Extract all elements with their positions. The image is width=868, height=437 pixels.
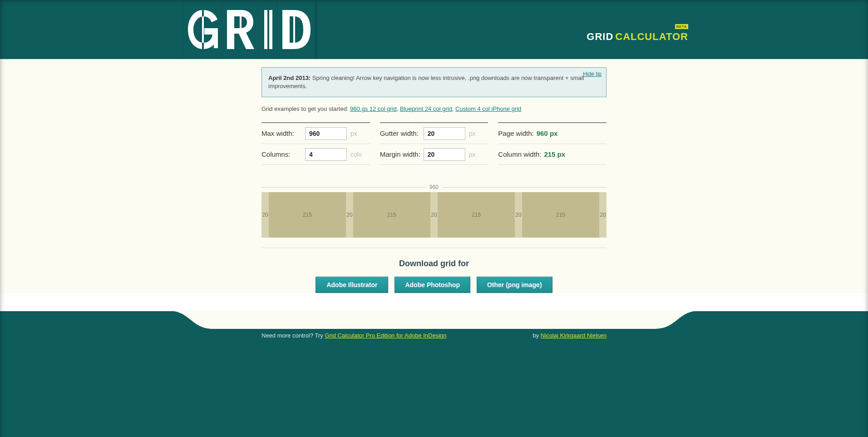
tip-date: April 2nd 2013: [268, 74, 311, 81]
preview-margin: 20 [261, 192, 269, 238]
example-link[interactable]: 960.gs 12 col grid [350, 105, 397, 112]
max-width-input[interactable] [305, 127, 347, 140]
gutter-label: Gutter width: [380, 129, 424, 137]
preview-col: 215 [438, 192, 515, 238]
preview-total: 960 [426, 184, 442, 190]
grid-preview: 960 2021520215202152021520 [261, 184, 607, 248]
footer-pro-link[interactable]: Grid Calculator Pro Edition for Adobe In… [325, 332, 446, 339]
columns-unit: cols [350, 151, 362, 158]
download-title: Download grid for [261, 259, 607, 268]
preview-margin: 20 [599, 192, 607, 238]
preview-col: 215 [353, 192, 430, 238]
logo [183, 0, 315, 59]
page-width-value: 960 px [537, 129, 558, 137]
results-col: Page width: 960 px Column width: 215 px [498, 122, 607, 165]
controls-col-1: Max width: px Columns: cols [261, 122, 370, 165]
svg-rect-1 [267, 10, 269, 49]
tip-box: Hide tip April 2nd 2013: Spring cleaning… [261, 67, 607, 97]
preview-col: 215 [522, 192, 599, 238]
main-content: Hide tip April 2nd 2013: Spring cleaning… [0, 59, 868, 293]
site-footer: Need more control? Try Grid Calculator P… [0, 311, 868, 437]
beta-badge: BETA [675, 24, 688, 29]
footer-right: by Nicolaj Kirkgaard Nielsen [533, 332, 607, 339]
columns-input[interactable] [305, 148, 347, 161]
brand-title: GRIDCALCULATOR [587, 31, 688, 43]
gutter-unit: px [469, 130, 476, 137]
example-link[interactable]: Custom 4 col iPhone grid [455, 105, 521, 112]
controls-col-2: Gutter width: px Margin width: px [380, 122, 488, 165]
column-width-label: Column width: [498, 150, 541, 158]
hide-tip-link[interactable]: Hide tip [583, 70, 602, 78]
page-width-label: Page width: [498, 129, 533, 137]
download-illustrator-button[interactable]: Adobe Illustrator [316, 277, 388, 293]
gutter-input[interactable] [424, 127, 465, 140]
download-png-button[interactable]: Other (png image) [477, 277, 552, 293]
preview-col: 215 [269, 192, 346, 238]
columns-label: Columns: [261, 150, 305, 158]
site-header: BETA GRIDCALCULATOR [0, 0, 868, 59]
footer-author-link[interactable]: Nicolaj Kirkgaard Nielsen [541, 332, 607, 339]
margin-label: Margin width: [380, 150, 424, 158]
tip-text: Spring cleaning! Arrow key navigation is… [268, 74, 584, 89]
max-width-label: Max width: [261, 129, 305, 137]
example-link[interactable]: Blueprint 24 col grid [400, 105, 452, 112]
examples-intro: Grid examples to get you started: 960.gs… [261, 105, 607, 112]
margin-unit: px [469, 151, 476, 158]
preview-gutter: 20 [430, 192, 438, 238]
max-width-unit: px [350, 130, 357, 137]
download-photoshop-button[interactable]: Adobe Photoshop [395, 277, 470, 293]
margin-input[interactable] [424, 148, 465, 161]
footer-left: Need more control? Try Grid Calculator P… [261, 332, 447, 339]
column-width-value: 215 px [544, 150, 565, 158]
preview-gutter: 20 [515, 192, 522, 238]
preview-gutter: 20 [346, 192, 353, 238]
